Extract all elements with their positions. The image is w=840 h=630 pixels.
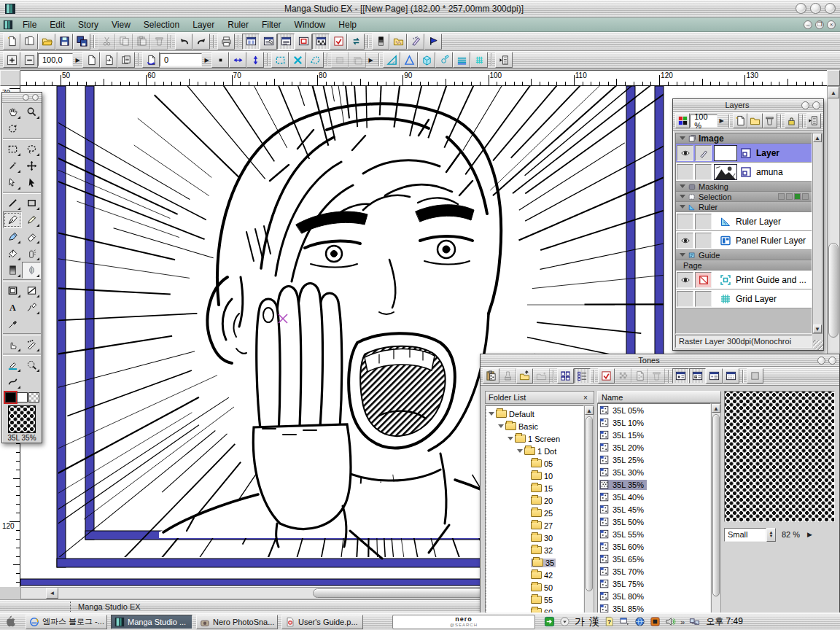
gradient-tool[interactable] — [3, 262, 22, 279]
tone-folder-42[interactable]: 42 — [486, 569, 583, 581]
name-column-header[interactable]: Name — [597, 391, 721, 403]
draw-toggle[interactable] — [695, 164, 712, 180]
paste-tone-button[interactable] — [483, 368, 499, 384]
tone-item-35l-20-[interactable]: 35L 20% — [598, 441, 710, 454]
ime-indicator[interactable]: 가 — [575, 615, 585, 629]
layer-group-ruler[interactable]: Ruler — [676, 202, 812, 212]
ime-indicator[interactable]: 漢 — [589, 615, 599, 629]
layers-collapse-button[interactable] — [801, 101, 809, 109]
tone-folder-30[interactable]: 30 — [486, 532, 583, 544]
rotate-tool[interactable] — [3, 120, 22, 137]
dot-pen-tool[interactable] — [22, 336, 41, 353]
magic-wand-tool[interactable] — [3, 158, 22, 174]
new-layer-button[interactable] — [733, 113, 747, 128]
draw-toggle[interactable] — [695, 272, 712, 288]
tray-launch-icon[interactable] — [544, 616, 555, 627]
layer-group-guide[interactable]: Guide — [676, 250, 812, 260]
transparent-color-swatch[interactable] — [28, 392, 39, 402]
panel-cutter-tool[interactable] — [22, 282, 41, 299]
refresh-button[interactable] — [347, 34, 365, 50]
draw-toggle[interactable] — [695, 145, 712, 161]
tray-globe-icon[interactable] — [634, 616, 645, 627]
visibility-toggle[interactable] — [677, 233, 693, 249]
tray-orange-icon[interactable] — [650, 616, 661, 627]
frame-pane-toggle[interactable] — [295, 34, 312, 50]
polyline-selection-button[interactable] — [306, 52, 324, 68]
preview-size-select[interactable]: Small — [724, 528, 766, 542]
select-point-tool[interactable] — [3, 174, 22, 191]
preview-more-button[interactable]: ▶ — [807, 531, 812, 538]
ruler-setsquare-button[interactable] — [383, 52, 400, 68]
taskbar-task-pdf[interactable]: User's Guide.p... — [281, 615, 363, 629]
tone-item-35l-65-[interactable]: 35L 65% — [598, 553, 710, 565]
scroll-up-button[interactable]: ▲ — [828, 87, 839, 98]
layer-row-ruler-layer[interactable]: Ruler Layer — [676, 212, 812, 231]
folder-list-close-icon[interactable]: × — [580, 394, 591, 402]
lock-layer-button[interactable] — [785, 113, 799, 128]
visibility-toggle[interactable] — [677, 272, 693, 288]
convert-selection-button[interactable] — [271, 52, 289, 68]
tone-folder-20[interactable]: 20 — [486, 494, 583, 507]
show-tone-button[interactable] — [615, 368, 631, 384]
new-story-button[interactable] — [20, 34, 38, 50]
tone-item-35l-10-[interactable]: 35L 10% — [598, 416, 710, 429]
tone-folder-27[interactable]: 27 — [486, 519, 583, 532]
visibility-toggle[interactable] — [677, 164, 693, 180]
tray-network-icon[interactable] — [689, 616, 700, 627]
zoom-tool[interactable] — [22, 104, 41, 120]
tone-folder-default[interactable]: Default — [486, 408, 583, 420]
ruler-triangle-button[interactable] — [400, 52, 418, 68]
curve-ruler-tool[interactable] — [3, 373, 22, 390]
join-line-tool[interactable] — [22, 299, 41, 316]
taskbar-task-ie[interactable]: 엠파스 블로그 -... — [26, 615, 107, 629]
tray-window-icon[interactable] — [619, 616, 630, 627]
tone-item-35l-80-[interactable]: 35L 80% — [598, 590, 710, 602]
delete-button[interactable] — [150, 34, 168, 50]
mdi-close-button[interactable]: × — [827, 20, 836, 29]
tone-item-35l-05-[interactable]: 35L 05% — [598, 404, 710, 416]
layer-group-image[interactable]: Image — [676, 133, 812, 144]
tones-collapse-button[interactable] — [817, 357, 825, 365]
zoom-menu-arrow[interactable]: ▶ — [73, 53, 82, 66]
menu-help[interactable]: Help — [332, 18, 363, 31]
current-tone-swatch[interactable] — [8, 405, 36, 433]
rotation-menu-arrow[interactable]: ▶ — [202, 53, 211, 66]
scroll-left-button[interactable]: ◄ — [46, 588, 58, 599]
tone-item-35l-25-[interactable]: 35L 25% — [598, 454, 710, 466]
print-button[interactable] — [217, 34, 235, 50]
mech-pencil-tool[interactable] — [22, 211, 41, 228]
tone-item-35l-50-[interactable]: 35L 50% — [598, 516, 710, 528]
tone-item-35l-45-[interactable]: 35L 45% — [598, 503, 710, 516]
object-selector-tool[interactable] — [22, 174, 41, 191]
tone-folder-32[interactable]: 32 — [486, 544, 583, 556]
tones-menu-button[interactable] — [747, 368, 763, 384]
tray-expand-chevron[interactable]: » — [680, 618, 685, 626]
tone-item-35l-30-[interactable]: 35L 30% — [598, 466, 710, 478]
properties-pane-toggle[interactable] — [330, 34, 347, 50]
save-button[interactable] — [55, 34, 73, 50]
tray-help-icon[interactable]: ? — [604, 616, 615, 627]
zoom-out-button[interactable] — [20, 52, 38, 68]
tone-folder-25[interactable]: 25 — [486, 507, 583, 519]
reset-dot-button[interactable] — [211, 52, 229, 68]
pen-tool[interactable] — [3, 211, 22, 228]
menu-view[interactable]: View — [105, 18, 137, 31]
layers-scrollbar[interactable]: ▲ ▼ — [812, 133, 822, 334]
paste-button[interactable] — [133, 34, 150, 50]
menu-story[interactable]: Story — [71, 18, 105, 31]
new-tone-button[interactable] — [631, 368, 648, 384]
layer-row-amuna[interactable]: amuna — [676, 163, 812, 182]
mdi-minimize-button[interactable]: – — [804, 20, 812, 29]
display-mode-1-button[interactable] — [672, 368, 689, 384]
rotate-page-button[interactable] — [142, 52, 160, 68]
folder-new-button[interactable] — [533, 368, 550, 384]
start-button[interactable] — [0, 614, 22, 630]
draw-toggle[interactable] — [695, 233, 712, 249]
menu-selection[interactable]: Selection — [137, 18, 186, 31]
tone-folder-pane-button[interactable] — [389, 34, 407, 50]
draw-toggle[interactable] — [695, 291, 712, 307]
layer-opacity-field[interactable]: 100 % — [690, 114, 718, 128]
list-view-button[interactable] — [574, 368, 591, 384]
tone-item-35l-35-[interactable]: 35L 35% — [598, 478, 710, 491]
tones-close-button[interactable] — [828, 357, 836, 365]
